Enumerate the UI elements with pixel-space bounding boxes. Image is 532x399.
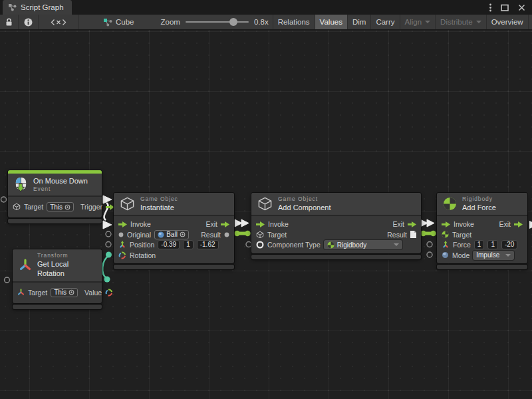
document-icon[interactable] [410,231,416,238]
flow-arrow-icon[interactable] [442,221,450,227]
distribute-button[interactable]: Distribute [436,15,487,29]
info-button[interactable] [19,15,39,29]
zoom-control: Zoom 0.8x [152,15,273,29]
target-object-field[interactable]: This [47,202,74,211]
original-label: Original [127,231,151,239]
exit-label: Exit [205,220,217,228]
trigger-label: Trigger [80,203,102,211]
node-subtitle: Event [33,186,88,193]
chevron-down-icon [476,21,481,23]
cube-icon [257,196,273,211]
flow-arrow-icon[interactable] [221,221,229,227]
maximize-icon[interactable] [501,4,509,11]
transform-axis-icon [19,259,32,272]
force-y-input[interactable]: 1 [487,240,498,249]
dim-button[interactable]: Dim [348,15,371,29]
node-category: Game Object [278,196,331,203]
script-graph-window: Script Graph [0,0,532,399]
node-instantiate[interactable]: Game Objec Instantiate Invoke Exit [114,193,234,269]
graph-icon [8,3,17,11]
force-x-input[interactable]: 1 [474,240,485,249]
port-instantiate-result-connected [234,231,239,236]
node-on-mouse-down[interactable]: On Mouse Down Event Target This [8,170,102,223]
node-footer [251,255,421,259]
port-addcomponent-target-connected [245,231,250,236]
value-dot-icon[interactable] [224,232,229,237]
graph-canvas[interactable]: On Mouse Down Event Target This [0,30,532,399]
rigidbody-icon [442,231,449,238]
port-addforce-mode [427,252,432,257]
invoke-label: Invoke [268,220,289,228]
breadcrumb[interactable]: Cube [99,15,138,29]
position-y-input[interactable]: 1 [183,240,194,249]
relations-button[interactable]: Relations [273,15,315,29]
port-addcomponent-result-connected [420,231,426,236]
zoom-value: 0.8x [254,18,269,26]
target-object-field[interactable]: This [51,288,78,297]
node-add-component[interactable]: Game Object Add Component Invoke Exit [251,193,421,259]
original-object-field[interactable]: Ball [154,230,189,239]
node-get-local-rotation[interactable]: Transform Get Local Rotation Target This [13,249,102,309]
node-add-force[interactable]: Rigidbody Add Force Invoke Exit [437,193,527,269]
port-getlocalrotation-value-connected [104,277,110,283]
target-label: Target [267,231,287,239]
transform-axis-icon [17,289,25,296]
chevron-down-icon [505,254,511,257]
node-title: Get Local Rotation [37,259,96,279]
wire-arrow-trigger-out [103,196,112,203]
zoom-slider[interactable] [186,21,249,23]
target-value: This [50,203,63,211]
rigidbody-icon [443,197,457,211]
exit-label: Exit [392,220,404,228]
align-label: Align [405,18,422,26]
target-label: Target [452,231,471,239]
code-view-button[interactable] [39,15,79,29]
force-z-input[interactable]: -20 [501,240,517,249]
lock-button[interactable] [0,15,19,29]
position-z-input[interactable]: -1.62 [197,240,219,249]
chevron-down-icon [425,21,430,23]
port-getlocalrotation-target [5,277,10,283]
flow-arrow-icon[interactable] [408,221,416,227]
object-picker-icon[interactable] [65,204,70,210]
component-type-dropdown[interactable]: Rigidbody [324,240,402,249]
force-label: Force [453,241,471,249]
flow-arrow-icon[interactable] [514,221,523,227]
flow-arrow-icon[interactable] [118,221,127,227]
node-footer [8,219,102,223]
node-category: Rigidbody [462,196,496,203]
rotation-label: Rotation [130,251,156,259]
node-title: On Mouse Down [33,176,88,186]
mouse-icon [14,177,28,192]
value-dot-icon[interactable] [118,232,124,237]
position-x-input[interactable]: -0.39 [158,240,180,249]
code-brackets-icon [51,19,66,26]
tab-script-graph[interactable]: Script Graph [3,0,72,15]
target-label: Target [28,289,47,297]
graph-breadcrumb-icon [103,18,112,27]
zoom-slider-thumb[interactable] [229,18,237,26]
mode-dropdown[interactable]: Impulse [473,251,514,260]
object-picker-icon[interactable] [180,231,186,237]
wire-arrow-invoke-addforce [427,219,434,227]
close-icon[interactable] [518,4,525,11]
object-picker-icon[interactable] [68,289,74,295]
align-button[interactable]: Align [400,15,436,29]
force-mode-icon [442,251,449,259]
node-category: Transform [37,252,96,259]
type-ring-icon[interactable] [256,241,264,249]
carry-button[interactable]: Carry [371,15,400,29]
original-value: Ball [166,231,178,238]
flow-arrow-icon[interactable] [256,221,265,227]
fullscreen-button[interactable]: Full Screen [529,15,532,29]
port-addforce-target-connected [430,231,436,236]
port-addforce-exit [529,221,532,229]
values-button[interactable]: Values [315,15,348,29]
port-instantiate-rotation-connected [106,252,112,258]
rotation-icon [118,251,126,259]
position-icon [118,241,126,249]
cube-icon [120,196,135,211]
breadcrumb-graph-name: Cube [116,18,134,26]
kebab-menu-icon[interactable] [489,3,491,12]
overview-button[interactable]: Overview [487,15,529,29]
